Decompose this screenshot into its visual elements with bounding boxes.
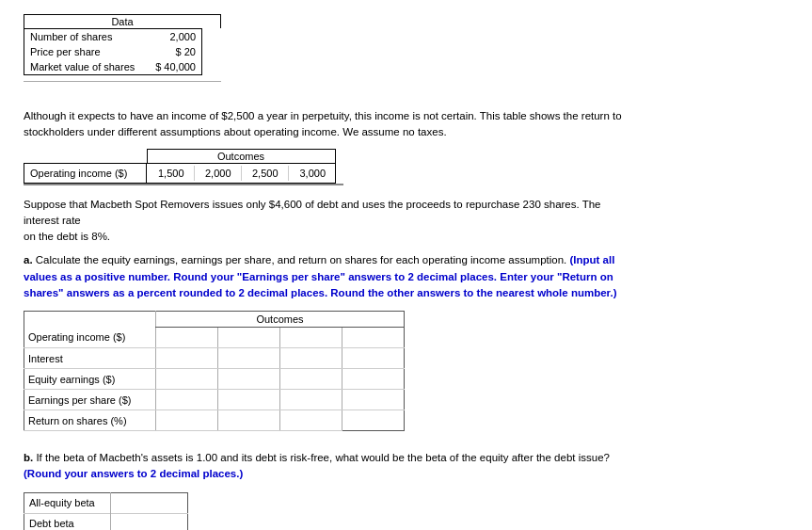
outcomes-table-1: Outcomes Operating income ($) 1,500 2,00…: [24, 149, 336, 184]
input-eps-1[interactable]: [160, 394, 212, 406]
input-equity-1[interactable]: [160, 374, 212, 385]
header-spacer: [24, 312, 156, 328]
divider: [24, 81, 221, 82]
input-cell-ee-4[interactable]: [342, 369, 405, 390]
input-cell-eps-3[interactable]: [280, 390, 342, 410]
suppose-content: Suppose that Macbeth Spot Removers issue…: [24, 199, 601, 243]
part-a-text: a. Calculate the equity earnings, earnin…: [24, 252, 626, 301]
beta-label-all-equity: All-equity beta: [24, 492, 111, 513]
row-label-ros: Return on shares (%): [24, 410, 156, 431]
outcome-val-4: 3,000: [288, 166, 335, 181]
beta-row-all-equity: All-equity beta: [24, 492, 188, 513]
input-cell-oi-4[interactable]: [342, 328, 405, 348]
row-label-interest: Interest: [24, 348, 156, 369]
big-outcomes-table: Outcomes Operating income ($) Interest: [24, 311, 405, 431]
table-row: Price per share $ 20: [24, 44, 202, 59]
input-cell-eps-4[interactable]: [342, 390, 405, 410]
input-cell-ros-4[interactable]: [342, 410, 405, 431]
row-label: Price per share: [24, 44, 147, 59]
outcomes-table-1-container: Outcomes Operating income ($) 1,500 2,00…: [24, 149, 788, 185]
data-table: Number of shares 2,000 Price per share $…: [24, 28, 202, 75]
beta-input-debt[interactable]: [110, 513, 187, 530]
input-equity-4[interactable]: [346, 374, 398, 385]
input-eps-4[interactable]: [346, 394, 398, 406]
input-cell-int-3[interactable]: [280, 348, 342, 369]
input-cell-eps-2[interactable]: [218, 390, 280, 410]
input-cell-ros-1[interactable]: [156, 410, 218, 431]
input-equity-3[interactable]: [284, 374, 336, 385]
table-row-equity-earnings: Equity earnings ($): [24, 369, 405, 390]
row-label-equity: Equity earnings ($): [24, 369, 156, 390]
input-cell-oi-3[interactable]: [280, 328, 342, 348]
input-ros-3[interactable]: [284, 415, 336, 426]
input-all-equity-beta[interactable]: [116, 497, 182, 508]
table-row-interest: Interest: [24, 348, 405, 369]
outcome-val-3: 2,500: [241, 166, 288, 181]
input-cell-int-1[interactable]: [156, 348, 218, 369]
table-row: Market value of shares $ 40,000: [24, 59, 202, 75]
input-cell-oi-2[interactable]: [218, 328, 280, 348]
beta-table: All-equity beta Debt beta D/E ratio Equi…: [24, 492, 188, 531]
input-operating-income-2[interactable]: [222, 332, 274, 344]
suppose-text: Suppose that Macbeth Spot Removers issue…: [24, 197, 635, 246]
input-cell-eps-1[interactable]: [156, 390, 218, 410]
beta-row-debt: Debt beta: [24, 513, 188, 530]
row-label: Market value of shares: [24, 59, 147, 75]
input-ros-1[interactable]: [160, 415, 212, 426]
part-b-body: If the beta of Macbeth's assets is 1.00 …: [33, 452, 610, 463]
part-a-letter: a.: [24, 254, 33, 265]
outcomes-header-row: Outcomes: [24, 149, 336, 164]
part-b-bold: (Round your answers to 2 decimal places.…: [24, 468, 243, 479]
part-b-letter: b.: [24, 452, 33, 463]
input-ros-4[interactable]: [346, 415, 398, 426]
row-value: 2,000: [147, 29, 202, 45]
outcome-val-2: 2,000: [194, 166, 241, 181]
input-cell-ee-3[interactable]: [280, 369, 342, 390]
input-cell-ros-3[interactable]: [280, 410, 342, 431]
input-operating-income-1[interactable]: [160, 332, 212, 344]
data-table-header: Data: [24, 14, 221, 28]
input-operating-income-4[interactable]: [346, 332, 398, 344]
row-value: $ 20: [147, 44, 202, 59]
empty-header: [24, 149, 147, 164]
outcomes-data-row: Operating income ($) 1,500 2,000 2,500 3…: [24, 163, 336, 183]
input-equity-2[interactable]: [222, 374, 274, 385]
input-interest-3[interactable]: [284, 353, 336, 364]
part-a-body: Calculate the equity earnings, earnings …: [33, 254, 567, 265]
table-row-operating-income: Operating income ($): [24, 328, 405, 348]
row-label-eps: Earnings per share ($): [24, 390, 156, 410]
data-table-section: Data Number of shares 2,000 Price per sh…: [24, 14, 221, 88]
row-label: Number of shares: [24, 29, 147, 45]
beta-label-debt: Debt beta: [24, 513, 111, 530]
beta-table-container: All-equity beta Debt beta D/E ratio Equi…: [24, 492, 788, 531]
input-cell-oi-1[interactable]: [156, 328, 218, 348]
row-value: $ 40,000: [147, 59, 202, 75]
table-row: Number of shares 2,000: [24, 29, 202, 45]
input-interest-4[interactable]: [346, 353, 398, 364]
input-operating-income-3[interactable]: [284, 332, 336, 344]
outcomes-title: Outcomes: [217, 151, 264, 162]
input-interest-1[interactable]: [160, 353, 212, 364]
outcome-val-1: 1,500: [147, 166, 194, 181]
beta-input-all-equity[interactable]: [110, 492, 187, 513]
text-block-1: Although it expects to have an income of…: [24, 108, 626, 141]
big-outcomes-wrapper: Outcomes Operating income ($) Interest: [24, 311, 788, 431]
outcomes-bottom-border: [24, 184, 343, 185]
text-content-1: Although it expects to have an income of…: [24, 110, 622, 137]
input-cell-ee-1[interactable]: [156, 369, 218, 390]
operating-income-label: Operating income ($): [24, 163, 147, 183]
input-cell-int-2[interactable]: [218, 348, 280, 369]
input-cell-ee-2[interactable]: [218, 369, 280, 390]
input-debt-beta[interactable]: [116, 518, 182, 529]
part-b-text: b. If the beta of Macbeth's assets is 1.…: [24, 450, 626, 483]
input-cell-int-4[interactable]: [342, 348, 405, 369]
page-container: Data Number of shares 2,000 Price per sh…: [14, 9, 798, 530]
input-eps-3[interactable]: [284, 394, 336, 406]
input-ros-2[interactable]: [222, 415, 274, 426]
table-row-eps: Earnings per share ($): [24, 390, 405, 410]
row-label-operating: Operating income ($): [24, 328, 156, 348]
input-cell-ros-2[interactable]: [218, 410, 280, 431]
table-row-ros: Return on shares (%): [24, 410, 405, 431]
input-interest-2[interactable]: [222, 353, 274, 364]
input-eps-2[interactable]: [222, 394, 274, 406]
